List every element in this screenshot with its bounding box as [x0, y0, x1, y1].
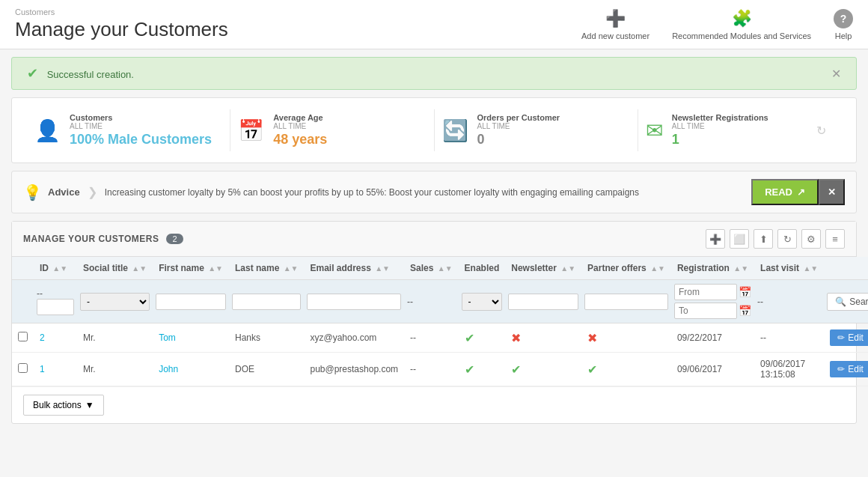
columns-button[interactable]: ≡ — [825, 229, 845, 249]
customers-sublabel: ALL TIME — [70, 122, 212, 130]
last-name-sort-icon[interactable]: ▲▼ — [284, 264, 299, 273]
row1-actions: ✏ Edit ▼ — [824, 323, 868, 353]
row1-checkbox-col — [12, 323, 34, 353]
newsletter-cross-icon: ✖ — [511, 332, 521, 344]
filter-newsletter-input[interactable] — [508, 294, 578, 310]
filter-enabled-select[interactable]: - Yes No — [462, 293, 503, 311]
filter-social-title-col: - Mr. Ms. — [77, 280, 153, 323]
pencil-icon: ✏ — [837, 332, 845, 343]
add-row-button[interactable]: ➕ — [706, 229, 725, 249]
filter-row: -- - Mr. Ms. — [12, 280, 868, 323]
help-button[interactable]: ? Help — [834, 9, 853, 40]
filter-date-to-input[interactable] — [674, 303, 737, 319]
row1-first-name-link[interactable]: Tom — [159, 332, 176, 343]
row1-checkbox[interactable] — [18, 332, 28, 341]
row1-last-visit: -- — [754, 323, 824, 353]
row1-edit-button[interactable]: ✏ Edit — [830, 329, 868, 346]
enabled-check-icon: ✔ — [465, 332, 474, 344]
read-label: READ — [765, 186, 792, 198]
filter-date-from: 📅 — [674, 284, 751, 300]
stat-customers: 👤 Customers ALL TIME 100% Male Customers — [27, 109, 230, 151]
row2-id: 1 — [34, 353, 77, 386]
row1-edit-group: ✏ Edit ▼ — [830, 329, 868, 346]
id-sort-icon[interactable]: ▲▼ — [52, 264, 67, 273]
orders-icon: 🔄 — [442, 118, 468, 143]
stat-average-age-text: Average Age ALL TIME 48 years — [273, 113, 327, 148]
filter-sales-col: -- — [404, 280, 459, 323]
orders-value: 0 — [477, 132, 560, 148]
filter-date-from-input[interactable] — [674, 284, 737, 300]
table-head: ID ▲▼ Social title ▲▼ First name ▲▼ Last… — [12, 257, 868, 280]
col-email: Email address ▲▼ — [304, 257, 404, 280]
row2-enabled-check-icon: ✔ — [465, 363, 474, 376]
search-button[interactable]: 🔍 Search — [827, 293, 868, 311]
row2-actions: ✏ Edit ▼ — [824, 353, 868, 386]
advice-text: Increasing customer loyalty by 5% can bo… — [105, 187, 752, 198]
filter-search-col: 🔍 Search — [824, 280, 868, 323]
newsletter-sublabel: ALL TIME — [672, 122, 768, 130]
row2-edit-group: ✏ Edit ▼ — [830, 361, 868, 377]
sales-sort-icon[interactable]: ▲▼ — [438, 264, 453, 273]
partner-offers-sort-icon[interactable]: ▲▼ — [650, 264, 665, 273]
table-body: -- - Mr. Ms. — [12, 280, 868, 386]
row1-id-link[interactable]: 2 — [40, 332, 45, 343]
configure-button[interactable]: ⚙ — [801, 229, 821, 249]
newsletter-sort-icon[interactable]: ▲▼ — [560, 264, 575, 273]
registration-sort-icon[interactable]: ▲▼ — [733, 264, 748, 273]
row2-edit-button[interactable]: ✏ Edit — [830, 361, 868, 377]
modules-label: Recommended Modules and Services — [672, 31, 811, 40]
average-age-sublabel: ALL TIME — [273, 122, 327, 130]
row1-enabled: ✔ — [459, 323, 506, 353]
filter-checkbox-col — [12, 280, 34, 323]
filter-last-name-input[interactable] — [232, 294, 302, 310]
calendar-to-icon[interactable]: 📅 — [739, 305, 751, 317]
row2-checkbox[interactable] — [18, 363, 28, 373]
advice-bulb-icon: 💡 — [23, 183, 42, 201]
orders-sublabel: ALL TIME — [477, 122, 560, 130]
top-left: Customers Manage your Customers — [15, 7, 228, 41]
refresh-icon[interactable]: ↻ — [816, 124, 826, 138]
first-name-sort-icon[interactable]: ▲▼ — [208, 264, 223, 273]
add-customer-button[interactable]: ➕ Add new customer — [581, 9, 650, 40]
filter-first-name-input[interactable] — [156, 294, 226, 310]
advice-close-button[interactable]: ✕ — [819, 179, 845, 205]
row2-first-name-link[interactable]: John — [159, 364, 178, 374]
filter-id-input[interactable] — [37, 299, 74, 315]
filter-partner-input[interactable] — [584, 294, 668, 310]
table-header: MANAGE YOUR CUSTOMERS 2 ➕ ⬜ ⬆ ↻ ⚙ ≡ — [12, 222, 856, 257]
row2-registration: 09/06/2017 — [671, 353, 754, 386]
row2-id-link[interactable]: 1 — [40, 364, 45, 374]
orders-label: Orders per Customer — [477, 113, 560, 122]
bulk-actions-arrow-icon: ▼ — [85, 400, 94, 410]
row2-last-name: DOE — [229, 353, 305, 386]
export-button[interactable]: ⬜ — [730, 229, 749, 249]
customers-value: 100% Male Customers — [70, 132, 212, 148]
import-button[interactable]: ⬆ — [754, 229, 773, 249]
last-visit-sort-icon[interactable]: ▲▼ — [803, 264, 818, 273]
bulk-actions-label: Bulk actions — [33, 400, 82, 410]
advice-arrow-icon: ❯ — [88, 185, 97, 199]
newsletter-icon: ✉ — [646, 118, 663, 143]
bulk-actions-button[interactable]: Bulk actions ▼ — [23, 395, 104, 416]
advice-bar: 💡 Advice ❯ Increasing customer loyalty b… — [11, 171, 857, 213]
col-newsletter: Newsletter ▲▼ — [505, 257, 581, 280]
col-id: ID ▲▼ — [34, 257, 77, 280]
modules-button[interactable]: 🧩 Recommended Modules and Services — [672, 9, 811, 40]
social-title-sort-icon[interactable]: ▲▼ — [132, 264, 147, 273]
refresh-table-button[interactable]: ↻ — [777, 229, 797, 249]
row1-sales: -- — [404, 323, 459, 353]
count-badge: 2 — [166, 234, 183, 244]
read-button[interactable]: READ ↗ — [751, 179, 819, 205]
row1-first-name: Tom — [153, 323, 229, 353]
calendar-from-icon[interactable]: 📅 — [739, 286, 751, 298]
alert-close-button[interactable]: ✕ — [831, 67, 841, 81]
add-customer-icon: ➕ — [605, 9, 626, 28]
stat-average-age: 📅 Average Age ALL TIME 48 years — [230, 109, 434, 151]
filter-email-input[interactable] — [307, 294, 401, 310]
row1-id: 2 — [34, 323, 77, 353]
email-sort-icon[interactable]: ▲▼ — [375, 264, 390, 273]
bulk-actions-bar: Bulk actions ▼ — [12, 386, 856, 423]
filter-sales-dash: -- — [407, 297, 413, 307]
breadcrumb: Customers — [15, 7, 228, 16]
filter-social-title-select[interactable]: - Mr. Ms. — [80, 293, 150, 311]
